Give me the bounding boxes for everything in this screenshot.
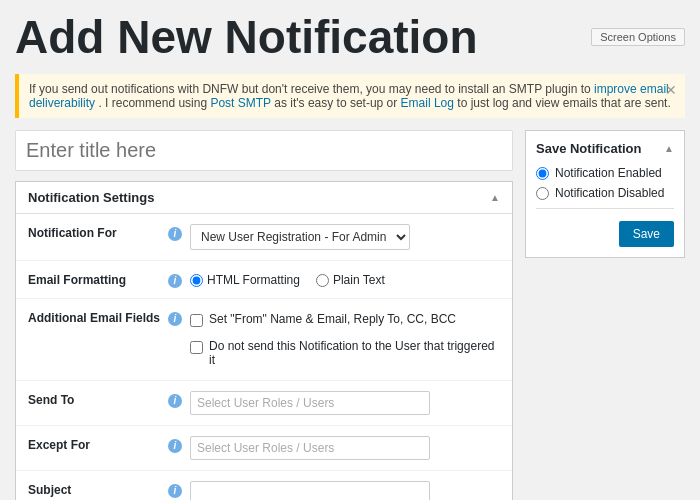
subject-content: [190, 481, 500, 500]
main-content: Notification Settings ▲ Notification For…: [15, 130, 685, 500]
notice-text-after: as it's easy to set-up or: [274, 96, 397, 110]
save-panel: Save Notification ▲ Notification Enabled…: [525, 130, 685, 258]
notification-for-select[interactable]: New User Registration - For Admin New Us…: [190, 224, 410, 250]
subject-label: Subject: [28, 481, 168, 497]
page-wrapper: Add New Notification Screen Options If y…: [0, 0, 700, 500]
settings-header-label: Notification Settings: [28, 190, 154, 205]
notification-for-info: i: [168, 224, 190, 241]
subject-info: i: [168, 481, 190, 498]
subject-info-icon[interactable]: i: [168, 484, 182, 498]
notification-for-info-icon[interactable]: i: [168, 227, 182, 241]
additional-fields-row: Additional Email Fields i Set "From" Nam…: [16, 299, 512, 381]
left-column: Notification Settings ▲ Notification For…: [15, 130, 513, 500]
additional-fields-content: Set "From" Name & Email, Reply To, CC, B…: [190, 309, 500, 370]
except-for-label: Except For: [28, 436, 168, 452]
except-for-info: i: [168, 436, 190, 453]
settings-box: Notification Settings ▲ Notification For…: [15, 181, 513, 500]
screen-options-button[interactable]: Screen Options: [591, 28, 685, 46]
notification-for-row: Notification For i New User Registration…: [16, 214, 512, 261]
email-formatting-radio-group: HTML Formatting Plain Text: [190, 271, 500, 287]
send-to-info-icon[interactable]: i: [168, 394, 182, 408]
from-name-label: Set "From" Name & Email, Reply To, CC, B…: [209, 312, 456, 326]
right-column: Save Notification ▲ Notification Enabled…: [525, 130, 685, 258]
notification-enabled-radio[interactable]: [536, 167, 549, 180]
plain-text-text: Plain Text: [333, 273, 385, 287]
save-panel-title-text: Save Notification: [536, 141, 641, 156]
save-panel-toggle-icon[interactable]: ▲: [664, 143, 674, 154]
no-trigger-checkbox-row: Do not send this Notification to the Use…: [190, 336, 500, 370]
notification-disabled-text: Notification Disabled: [555, 186, 664, 200]
notification-enabled-text: Notification Enabled: [555, 166, 662, 180]
send-to-label: Send To: [28, 391, 168, 407]
send-to-row: Send To i: [16, 381, 512, 426]
email-formatting-row: Email Formatting i HTML Formatting: [16, 261, 512, 299]
subject-row: Subject i: [16, 471, 512, 500]
email-formatting-content: HTML Formatting Plain Text: [190, 271, 500, 287]
from-name-checkbox-row: Set "From" Name & Email, Reply To, CC, B…: [190, 309, 500, 330]
plain-text-radio[interactable]: [316, 274, 329, 287]
notice-link-postsmtp[interactable]: Post SMTP: [210, 96, 270, 110]
notice-text-middle: . I recommend using: [98, 96, 207, 110]
from-name-checkbox[interactable]: [190, 314, 203, 327]
additional-fields-info: i: [168, 309, 190, 326]
notification-for-content: New User Registration - For Admin New Us…: [190, 224, 500, 250]
notification-disabled-option[interactable]: Notification Disabled: [536, 186, 674, 200]
additional-fields-label: Additional Email Fields: [28, 309, 168, 325]
except-for-input[interactable]: [190, 436, 430, 460]
except-for-row: Except For i: [16, 426, 512, 471]
notice-text-end: to just log and view emails that are sen…: [457, 96, 670, 110]
send-to-content: [190, 391, 500, 415]
save-actions: Save: [536, 221, 674, 247]
email-formatting-info-icon[interactable]: i: [168, 274, 182, 288]
except-for-content: [190, 436, 500, 460]
notice-box: If you send out notifications with DNFW …: [15, 74, 685, 118]
settings-toggle-icon[interactable]: ▲: [490, 192, 500, 203]
save-button[interactable]: Save: [619, 221, 674, 247]
except-for-info-icon[interactable]: i: [168, 439, 182, 453]
subject-input[interactable]: [190, 481, 430, 500]
notice-text-before: If you send out notifications with DNFW …: [29, 82, 591, 96]
notification-for-label: Notification For: [28, 224, 168, 240]
html-formatting-text: HTML Formatting: [207, 273, 300, 287]
additional-fields-info-icon[interactable]: i: [168, 312, 182, 326]
email-formatting-label: Email Formatting: [28, 271, 168, 287]
no-trigger-label: Do not send this Notification to the Use…: [209, 339, 500, 367]
html-formatting-radio[interactable]: [190, 274, 203, 287]
notification-disabled-radio[interactable]: [536, 187, 549, 200]
no-trigger-checkbox[interactable]: [190, 341, 203, 354]
html-formatting-option[interactable]: HTML Formatting: [190, 273, 300, 287]
settings-header: Notification Settings ▲: [16, 182, 512, 214]
notification-enabled-option[interactable]: Notification Enabled: [536, 166, 674, 180]
email-formatting-info: i: [168, 271, 190, 288]
send-to-info: i: [168, 391, 190, 408]
title-input[interactable]: [15, 130, 513, 171]
page-header: Add New Notification Screen Options: [15, 10, 685, 64]
send-to-input[interactable]: [190, 391, 430, 415]
notice-link-emaillog[interactable]: Email Log: [401, 96, 454, 110]
save-panel-title: Save Notification ▲: [536, 141, 674, 156]
notice-close-icon[interactable]: ✕: [665, 82, 677, 98]
page-title: Add New Notification: [15, 10, 478, 64]
save-panel-separator: [536, 208, 674, 209]
plain-text-option[interactable]: Plain Text: [316, 273, 385, 287]
